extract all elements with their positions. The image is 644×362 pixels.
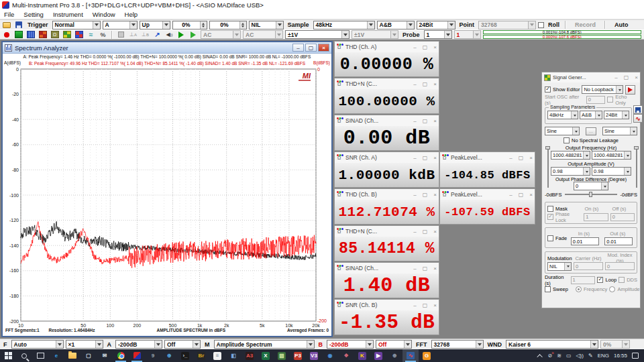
record-dot-icon[interactable] xyxy=(1,30,11,39)
maximize-icon[interactable]: ▢ xyxy=(423,81,428,87)
maximize-icon[interactable]: ▢ xyxy=(423,229,428,235)
mask-checkbox[interactable] xyxy=(547,206,553,212)
maximize-button[interactable]: ▢ xyxy=(305,44,317,52)
clock[interactable]: 16:55 xyxy=(614,353,627,359)
probe-a-select[interactable]: 1 xyxy=(424,30,452,39)
ddp-percent-icon[interactable]: % xyxy=(98,30,108,39)
minimize-icon[interactable]: – xyxy=(413,155,416,161)
minimize-icon[interactable]: – xyxy=(509,155,512,161)
derived-data-set-icon[interactable] xyxy=(74,30,84,39)
battery-icon[interactable]: ▭ xyxy=(566,353,572,359)
maximize-icon[interactable]: ▢ xyxy=(423,302,428,308)
taskbar-icon-task-view[interactable] xyxy=(32,349,48,362)
loop-checkbox[interactable] xyxy=(597,277,603,283)
gen-sample-rate-select[interactable]: 48kHz xyxy=(547,111,578,119)
modulation-select[interactable]: NIL xyxy=(547,262,572,271)
trigger-edge-select[interactable]: Up xyxy=(140,21,170,29)
spectrum-3d-plot-icon[interactable] xyxy=(38,30,48,39)
trigger-level-spinner[interactable]: 0% xyxy=(172,21,207,29)
probe-pointer-icon[interactable]: ↗ xyxy=(152,30,162,39)
hpf-select[interactable]: NIL xyxy=(249,21,284,29)
spectrum-plot[interactable]: 10501002005001k2k5k10k20k0-20-40-60-80-1… xyxy=(3,67,331,330)
amplitude-slider-a[interactable] xyxy=(545,145,549,190)
language-indicator[interactable]: ENG xyxy=(598,353,609,359)
maximize-icon[interactable]: ▢ xyxy=(423,118,428,124)
taskbar-icon-app-paw[interactable]: ❖ xyxy=(338,349,354,362)
run-hold-icon[interactable] xyxy=(189,30,199,39)
close-icon[interactable]: × xyxy=(433,155,437,161)
spectrum-analyzer-titlebar[interactable]: Spectrum Analyzer – ▢ × xyxy=(3,42,331,54)
menu-file[interactable]: File xyxy=(4,11,14,18)
close-icon[interactable]: × xyxy=(529,192,533,198)
gen-bits-select[interactable]: 24Bit xyxy=(604,111,629,119)
taskbar-icon-app-globe[interactable]: ⊕ xyxy=(161,349,177,362)
taskbar-icon-app-s-circle[interactable]: ◉ xyxy=(322,349,338,362)
wifi-icon[interactable]: ≋ xyxy=(557,353,561,359)
minimize-icon[interactable]: – xyxy=(413,118,416,124)
waveform-a-select[interactable]: Sine xyxy=(545,127,580,135)
close-icon[interactable]: × xyxy=(433,229,437,235)
fft-size-select[interactable]: 32768 xyxy=(431,340,484,349)
b-filter-select[interactable]: Off xyxy=(376,340,412,349)
taskbar-icon-app-v3[interactable]: V3 xyxy=(306,349,322,362)
probe-b-select[interactable]: 1 xyxy=(454,30,481,39)
minimize-icon[interactable]: – xyxy=(413,229,416,235)
minimize-icon[interactable]: – xyxy=(413,192,416,198)
close-icon[interactable]: × xyxy=(433,192,437,198)
menu-instrument[interactable]: Instrument xyxy=(53,11,83,18)
taskbar-icon-terminal[interactable]: ›_ xyxy=(177,349,193,362)
maximize-icon[interactable]: ▢ xyxy=(423,192,428,198)
show-editor-checkbox[interactable] xyxy=(545,86,551,93)
taskbar-icon-app-flag[interactable]: K xyxy=(354,349,370,362)
taskbar-icon-edge[interactable]: e xyxy=(48,349,64,362)
fade-out-input[interactable]: 0.01 xyxy=(604,237,633,245)
minimize-icon[interactable]: – xyxy=(413,44,416,50)
b-range-select[interactable]: -200dB xyxy=(327,340,374,349)
minimize-icon[interactable]: – xyxy=(614,74,617,80)
sweep-checkbox[interactable] xyxy=(545,286,551,292)
ddc-waves-icon[interactable]: ≈ xyxy=(86,30,96,39)
taskbar-icon-app-a3[interactable]: A3 xyxy=(241,349,258,362)
window-function-select[interactable]: Kaiser 6 xyxy=(506,340,598,349)
amplitude-b-select[interactable]: 0.98 xyxy=(592,167,631,176)
generator-run-button[interactable] xyxy=(625,85,635,95)
open-file-icon[interactable] xyxy=(1,21,11,29)
maximize-icon[interactable]: ▢ xyxy=(423,44,428,50)
taskbar-icon-file-explorer[interactable] xyxy=(64,349,80,362)
fade-checkbox[interactable] xyxy=(547,235,553,241)
minimize-icon[interactable]: – xyxy=(413,265,416,272)
no-spectral-leakage-checkbox[interactable] xyxy=(564,137,570,143)
minimize-icon[interactable]: – xyxy=(413,302,416,308)
view-mode-select[interactable]: Amplitude Spectrum xyxy=(214,340,315,349)
close-icon[interactable]: × xyxy=(433,81,437,87)
loopback-select[interactable]: No Loopback xyxy=(582,85,623,94)
maximize-icon[interactable]: ▢ xyxy=(423,155,428,161)
close-icon[interactable]: × xyxy=(433,265,437,272)
fade-in-input[interactable]: 0.01 xyxy=(571,237,599,245)
maximize-icon[interactable]: ▢ xyxy=(519,192,524,198)
taskbar-icon-goldwave[interactable]: G xyxy=(419,349,435,362)
close-icon[interactable]: × xyxy=(433,302,437,308)
a-range-select[interactable]: -200dB xyxy=(115,340,162,349)
tray-expand-icon[interactable] xyxy=(537,354,543,359)
taskbar-icon-photos[interactable]: ▨ xyxy=(274,349,290,362)
zoom-select[interactable]: ×1 xyxy=(66,340,103,349)
menu-help[interactable]: Help xyxy=(125,11,138,18)
taskbar-icon-powerpoint[interactable]: P3 xyxy=(290,349,306,362)
taskbar-icon-search[interactable] xyxy=(16,349,32,362)
taskbar-icon-excel[interactable]: X xyxy=(258,349,274,362)
a-filter-select[interactable]: Off xyxy=(164,340,201,349)
pen-icon[interactable]: ✎ xyxy=(588,353,593,359)
trigger-mode-select[interactable]: Normal xyxy=(52,21,101,29)
taskbar-icon-chrome[interactable] xyxy=(113,349,129,362)
close-icon[interactable]: × xyxy=(433,118,437,124)
taskbar-icon-media-player[interactable]: ▶ xyxy=(370,349,386,362)
volume-icon[interactable]: ◁)) xyxy=(576,353,583,359)
frequency-a-select[interactable]: 1000.488281 xyxy=(551,151,590,160)
spectrum-analyzer-icon[interactable] xyxy=(25,30,36,39)
roll-checkbox[interactable] xyxy=(538,22,544,28)
frequency-b-select[interactable]: 1000.488281 xyxy=(592,151,631,160)
taskbar-icon-app-blue-box[interactable]: ◧ xyxy=(225,349,241,362)
sound-output-icon[interactable]: ◀)) xyxy=(164,30,174,39)
minimize-icon[interactable]: – xyxy=(413,81,416,87)
